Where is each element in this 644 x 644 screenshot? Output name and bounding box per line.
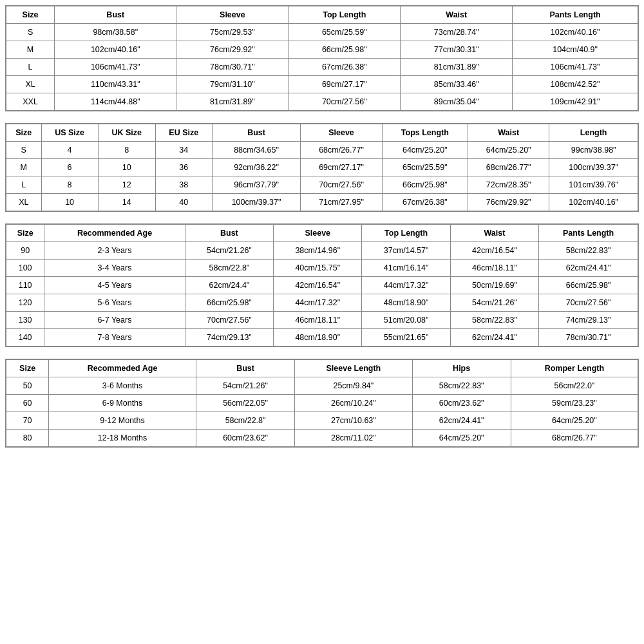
table-cell: 71cm/27.95"	[301, 194, 382, 211]
table-cell: 37cm/14.57"	[362, 242, 450, 260]
table-cell: 96cm/37.79"	[212, 176, 301, 194]
table-row: L8123896cm/37.79"70cm/27.56"66cm/25.98"7…	[6, 176, 638, 194]
column-header: Size	[6, 360, 49, 377]
column-header: Sleeve Length	[295, 360, 412, 377]
table-row: 902-3 Years54cm/21.26"38cm/14.96"37cm/14…	[6, 242, 638, 260]
table-cell: XL	[6, 76, 55, 93]
table-cell: 81cm/31.89"	[176, 93, 289, 111]
table-cell: 38cm/14.96"	[274, 242, 362, 260]
column-header: Top Length	[289, 6, 401, 24]
table-cell: 80	[6, 430, 49, 447]
table-row: M6103692cm/36.22"69cm/27.17"65cm/25.59"6…	[6, 159, 638, 176]
table-row: S483488cm/34.65"68cm/26.77"64cm/25.20"64…	[6, 142, 638, 159]
table-cell: 55cm/21.65"	[362, 329, 450, 346]
table-cell: XL	[6, 194, 42, 211]
table-cell: 120	[6, 294, 44, 312]
table-row: XL110cm/43.31"79cm/31.10"69cm/27.17"85cm…	[6, 76, 638, 93]
table-cell: 78cm/30.71"	[176, 59, 289, 76]
table-cell: 51cm/20.08"	[362, 312, 450, 329]
column-header: Waist	[450, 225, 538, 242]
table-cell: 68cm/26.77"	[468, 159, 549, 176]
table2: SizeUS SizeUK SizeEU SizeBustSleeveTops …	[6, 124, 638, 211]
table-cell: 44cm/17.32"	[362, 277, 450, 294]
table-cell: 64cm/25.20"	[412, 430, 511, 447]
table-cell: 28cm/11.02"	[295, 430, 412, 447]
column-header: Bust	[212, 124, 301, 142]
column-header: Bust	[55, 6, 176, 24]
table-cell: 102cm/40.16"	[513, 24, 638, 41]
column-header: Waist	[401, 6, 513, 24]
table-row: XL101440100cm/39.37"71cm/27.95"67cm/26.3…	[6, 194, 638, 211]
table-cell: 6-9 Months	[49, 395, 196, 412]
table-cell: 65cm/25.59"	[289, 24, 401, 41]
table-row: L106cm/41.73"78cm/30.71"67cm/26.38"81cm/…	[6, 59, 638, 76]
table-cell: 46cm/18.11"	[450, 260, 538, 277]
table-cell: 62cm/24.4"	[185, 277, 273, 294]
table-cell: 2-3 Years	[44, 242, 185, 260]
table-cell: 6-7 Years	[44, 312, 185, 329]
table3: SizeRecommended AgeBustSleeveTop LengthW…	[6, 224, 638, 346]
table-cell: 102cm/40.16"	[55, 41, 176, 59]
column-header: Recommended Age	[44, 225, 185, 242]
table-cell: 70cm/27.56"	[185, 312, 273, 329]
table-cell: 10	[41, 194, 98, 211]
column-header: Pants Length	[513, 6, 638, 24]
table-cell: 64cm/25.20"	[468, 142, 549, 159]
table-cell: 14	[98, 194, 155, 211]
table-cell: 48cm/18.90"	[274, 329, 362, 346]
table1-header-row: SizeBustSleeveTop LengthWaistPants Lengt…	[6, 6, 638, 24]
table-row: 503-6 Months54cm/21.26"25cm/9.84"58cm/22…	[6, 377, 638, 395]
table-cell: 58cm/22.83"	[539, 242, 638, 260]
column-header: Tops Length	[382, 124, 468, 142]
column-header: UK Size	[98, 124, 155, 142]
table-row: 1104-5 Years62cm/24.4"42cm/16.54"44cm/17…	[6, 277, 638, 294]
table-cell: 60cm/23.62"	[196, 430, 294, 447]
table-cell: 60cm/23.62"	[412, 395, 511, 412]
table-cell: 70cm/27.56"	[289, 93, 401, 111]
table-row: S98cm/38.58"75cm/29.53"65cm/25.59"73cm/2…	[6, 24, 638, 41]
table2-header-row: SizeUS SizeUK SizeEU SizeBustSleeveTops …	[6, 124, 638, 142]
table-cell: 54cm/21.26"	[450, 294, 538, 312]
table-cell: 76cm/29.92"	[468, 194, 549, 211]
table-cell: 140	[6, 329, 44, 346]
table-cell: 130	[6, 312, 44, 329]
table-cell: 77cm/30.31"	[401, 41, 513, 59]
table-cell: 98cm/38.58"	[55, 24, 176, 41]
table-row: 709-12 Months58cm/22.8"27cm/10.63"62cm/2…	[6, 412, 638, 430]
table-cell: 3-6 Months	[49, 377, 196, 395]
table-cell: 104cm/40.9"	[513, 41, 638, 59]
table-cell: 58cm/22.8"	[196, 412, 294, 430]
table-cell: 64cm/25.20"	[382, 142, 468, 159]
table-cell: XXL	[6, 93, 55, 111]
table-cell: 64cm/25.20"	[511, 412, 638, 430]
table-cell: 88cm/34.65"	[212, 142, 301, 159]
table-cell: 58cm/22.8"	[185, 260, 273, 277]
table-row: 1003-4 Years58cm/22.8"40cm/15.75"41cm/16…	[6, 260, 638, 277]
table-cell: 70cm/27.56"	[539, 294, 638, 312]
table-cell: 89cm/35.04"	[401, 93, 513, 111]
table-cell: 76cm/29.92"	[176, 41, 289, 59]
table-cell: 74cm/29.13"	[539, 312, 638, 329]
table-cell: 12	[98, 176, 155, 194]
table-cell: 70	[6, 412, 49, 430]
table-cell: 6	[41, 159, 98, 176]
table-cell: 41cm/16.14"	[362, 260, 450, 277]
table-cell: 62cm/24.41"	[450, 329, 538, 346]
column-header: Size	[6, 6, 55, 24]
table-cell: 3-4 Years	[44, 260, 185, 277]
table-cell: 75cm/29.53"	[176, 24, 289, 41]
table-cell: 40cm/15.75"	[274, 260, 362, 277]
table-cell: 40	[155, 194, 212, 211]
table1-section: SizeBustSleeveTop LengthWaistPants Lengt…	[5, 5, 639, 111]
table-cell: 62cm/24.41"	[539, 260, 638, 277]
table-cell: 66cm/25.98"	[382, 176, 468, 194]
table-cell: 110	[6, 277, 44, 294]
table-cell: 92cm/36.22"	[212, 159, 301, 176]
column-header: Sleeve	[301, 124, 382, 142]
column-header: Romper Length	[511, 360, 638, 377]
column-header: Pants Length	[539, 225, 638, 242]
table-cell: 66cm/25.98"	[185, 294, 273, 312]
table-row: XXL114cm/44.88"81cm/31.89"70cm/27.56"89c…	[6, 93, 638, 111]
column-header: Hips	[412, 360, 511, 377]
table3-section: SizeRecommended AgeBustSleeveTop LengthW…	[5, 223, 639, 347]
